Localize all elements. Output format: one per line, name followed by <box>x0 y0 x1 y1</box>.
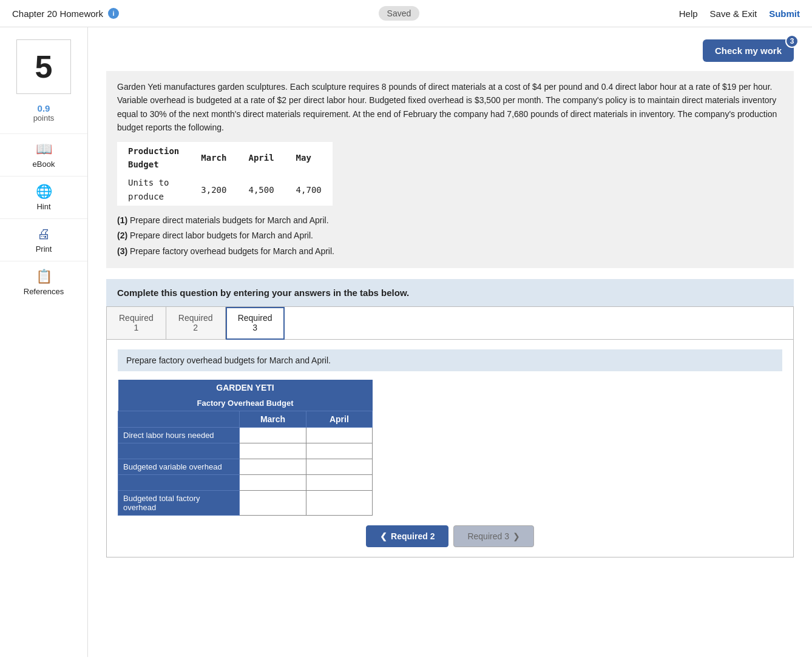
points-label: points <box>33 113 55 123</box>
input-empty1-april[interactable] <box>311 446 367 456</box>
table-row-empty-1 <box>118 443 373 459</box>
back-label: Required 2 <box>391 531 435 541</box>
info-icon[interactable]: i <box>108 8 119 19</box>
sidebar-item-ebook[interactable]: 📖 eBook <box>0 133 87 176</box>
question-number: 5 <box>35 49 53 85</box>
question-number-box: 5 <box>16 39 71 94</box>
main-layout: 5 0.9 points 📖 eBook 🌐 Hint 🖨 Print 📋 Re… <box>0 27 812 657</box>
prod-budget-march: March <box>190 142 237 174</box>
input-empty1-march[interactable] <box>245 446 300 456</box>
task-1: (1) Prepare direct materials budgets for… <box>117 213 783 228</box>
input-dlh-april[interactable] <box>311 431 367 440</box>
top-bar-right: Help Save & Exit Submit <box>679 8 800 19</box>
tabs: Required 1 Required 2 Required 3 <box>107 307 793 340</box>
forward-chevron: ❯ <box>513 531 520 541</box>
row-input-bvo-april[interactable] <box>306 459 372 474</box>
budget-title-line1: GARDEN YETI <box>118 380 373 396</box>
check-my-work-badge: 3 <box>785 35 799 48</box>
hint-icon: 🌐 <box>36 184 52 200</box>
input-bvo-march[interactable] <box>245 462 300 471</box>
ebook-icon: 📖 <box>36 141 52 157</box>
top-bar: Chapter 20 Homework i Saved Help Save & … <box>0 0 812 27</box>
units-april: 4,500 <box>237 173 285 206</box>
budget-table-wrapper: GARDEN YETI Factory Overhead Budget Marc… <box>118 380 373 516</box>
complete-question-text: Complete this question by entering your … <box>117 288 409 298</box>
budget-title-line2: Factory Overhead Budget <box>118 396 373 411</box>
top-bar-left: Chapter 20 Homework i <box>12 8 119 19</box>
production-budget-table: ProductionBudget March April May Units t… <box>117 142 333 206</box>
empty-input-2-april[interactable] <box>306 474 372 490</box>
table-row: Budgeted total factory overhead <box>118 490 373 515</box>
row-input-dlh-april[interactable] <box>306 427 372 443</box>
row-input-btfo-march[interactable] <box>240 490 306 515</box>
input-empty2-april[interactable] <box>311 478 367 487</box>
print-label: Print <box>36 244 52 254</box>
sidebar-item-hint[interactable]: 🌐 Hint <box>0 176 87 218</box>
tab-required-1[interactable]: Required 1 <box>107 307 166 339</box>
task-3: (3) Prepare factory overhead budgets for… <box>117 244 783 259</box>
col-header-april: April <box>306 411 372 427</box>
input-empty2-march[interactable] <box>245 478 300 487</box>
top-bar-center: Saved <box>379 6 420 21</box>
help-button[interactable]: Help <box>679 8 698 19</box>
tasks-list: (1) Prepare direct materials budgets for… <box>117 213 783 259</box>
empty-label-1 <box>118 443 240 459</box>
tab-instruction: Prepare factory overhead budgets for Mar… <box>118 349 782 371</box>
submit-button[interactable]: Submit <box>769 8 800 19</box>
table-row: Direct labor hours needed <box>118 427 373 443</box>
row-label-bvo: Budgeted variable overhead <box>118 459 240 474</box>
back-chevron: ❮ <box>380 531 387 541</box>
save-exit-button[interactable]: Save & Exit <box>710 8 757 19</box>
col-header-label <box>118 411 240 427</box>
empty-input-1-april[interactable] <box>306 443 372 459</box>
points-value: 0.9 <box>33 103 55 113</box>
tab-content-required3: Prepare factory overhead budgets for Mar… <box>107 340 793 557</box>
check-my-work-area: Check my work 3 <box>106 39 794 62</box>
references-label: References <box>24 287 64 296</box>
input-dlh-march[interactable] <box>245 431 300 440</box>
problem-text: Garden Yeti manufactures garden sculptur… <box>117 80 783 135</box>
units-march: 3,200 <box>190 173 237 206</box>
back-button[interactable]: ❮ Required 2 <box>366 525 448 547</box>
empty-input-2-march[interactable] <box>240 474 306 490</box>
prod-budget-may: May <box>285 142 333 174</box>
problem-description: Garden Yeti manufactures garden sculptur… <box>106 71 794 268</box>
sidebar-item-print[interactable]: 🖨 Print <box>0 218 87 261</box>
row-input-btfo-april[interactable] <box>306 490 372 515</box>
tab3-line2: 3 <box>238 323 272 332</box>
tab-container: Required 1 Required 2 Required 3 Prepare… <box>106 306 794 557</box>
tab2-line2: 2 <box>178 323 213 332</box>
prod-budget-april: April <box>237 142 285 174</box>
input-btfo-april[interactable] <box>311 498 367 507</box>
tab3-line1: Required <box>238 313 272 323</box>
row-input-bvo-march[interactable] <box>240 459 306 474</box>
input-btfo-march[interactable] <box>245 498 300 507</box>
check-my-work-button[interactable]: Check my work 3 <box>703 39 794 62</box>
forward-label: Required 3 <box>467 531 509 541</box>
row-label-dlh: Direct labor hours needed <box>118 427 240 443</box>
units-may: 4,700 <box>285 173 333 206</box>
sidebar-item-references[interactable]: 📋 References <box>0 261 87 303</box>
tab2-line1: Required <box>178 313 213 323</box>
tab1-line2: 1 <box>119 323 154 332</box>
forward-button[interactable]: Required 3 ❯ <box>453 525 534 547</box>
content-area: Check my work 3 Garden Yeti manufactures… <box>88 27 812 657</box>
input-bvo-april[interactable] <box>311 462 367 471</box>
table-row-empty-2 <box>118 474 373 490</box>
budget-table: GARDEN YETI Factory Overhead Budget Marc… <box>118 380 373 516</box>
row-label-btfo: Budgeted total factory overhead <box>118 490 240 515</box>
empty-input-1-march[interactable] <box>240 443 306 459</box>
saved-badge: Saved <box>379 6 420 21</box>
prod-budget-label: ProductionBudget <box>117 142 190 174</box>
print-icon: 🖨 <box>37 226 50 242</box>
hint-label: Hint <box>36 202 50 211</box>
sidebar: 5 0.9 points 📖 eBook 🌐 Hint 🖨 Print 📋 Re… <box>0 27 88 657</box>
row-input-dlh-march[interactable] <box>240 427 306 443</box>
tab-required-3[interactable]: Required 3 <box>226 307 285 340</box>
nav-buttons: ❮ Required 2 Required 3 ❯ <box>118 525 782 547</box>
points-display: 0.9 points <box>33 103 55 133</box>
tab1-line1: Required <box>119 313 154 323</box>
empty-label-2 <box>118 474 240 490</box>
tab-required-2[interactable]: Required 2 <box>166 307 226 339</box>
ebook-label: eBook <box>33 160 55 169</box>
